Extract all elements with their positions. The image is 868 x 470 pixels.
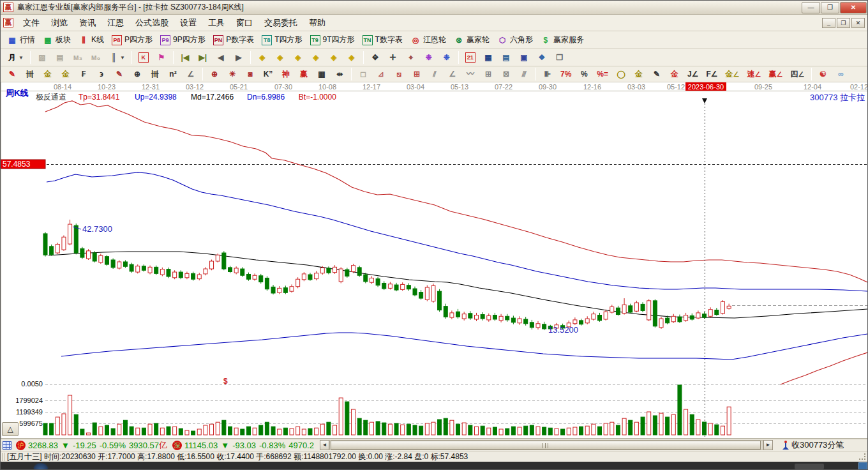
toolbar-nav-tool-23-icon[interactable]: ✥ — [366, 50, 384, 64]
menu-item-5[interactable]: 设置 — [174, 15, 202, 31]
resize-grip-icon[interactable] — [858, 453, 866, 460]
toolbar-draw-tool-43-icon[interactable]: 速∠ — [744, 67, 765, 81]
kline-chart-canvas[interactable]: 08-1410-2312-3103-1205-2107-3010-0812-17… — [1, 82, 868, 439]
toolbar-draw-tool-24-icon[interactable]: ⊞ — [408, 67, 426, 81]
quote-grid-icon[interactable] — [3, 441, 11, 450]
toolbar-draw-tool-38-icon[interactable]: ✎ — [648, 67, 666, 81]
mdi-restore-button[interactable]: ❐ — [837, 18, 850, 28]
toolbar-draw-tool-10-icon[interactable]: ∠ — [182, 67, 200, 81]
toolbar-draw-tool-30-icon[interactable]: ⫻ — [515, 67, 533, 81]
toolbar-draw-tool-8-icon[interactable]: 卌 — [146, 67, 164, 81]
toolbar-nav-tool-12-icon[interactable]: ▶| — [194, 50, 212, 64]
toolbar-nav-tool-21-icon[interactable]: ◈ — [343, 50, 361, 64]
toolbar-draw-tool-28-icon[interactable]: ⊞ — [479, 67, 497, 81]
toolbar-draw-tool-26-icon[interactable]: ∠ — [444, 67, 461, 81]
toolbar-main-p-square[interactable]: P8P四方形 — [108, 33, 156, 47]
scroll-left-icon[interactable]: ◄ — [320, 440, 329, 450]
toolbar-draw-tool-36-icon[interactable]: ◯ — [612, 67, 630, 81]
toolbar-main-kline[interactable]: ⫼K线 — [75, 33, 108, 47]
scrollbar-track[interactable] — [329, 440, 763, 450]
toolbar-main-winner-service[interactable]: $赢家服务 — [537, 33, 588, 47]
toolbar-main-9t-square[interactable]: T99T四方形 — [306, 33, 359, 47]
toolbar-draw-tool-23-icon[interactable]: ⧅ — [390, 67, 408, 81]
toolbar-nav-tool-8-icon[interactable]: K — [135, 50, 153, 64]
close-button[interactable]: ✕ — [840, 2, 867, 13]
toolbar-draw-tool-21-icon[interactable]: ◻ — [354, 67, 372, 81]
toolbar-main-p-table[interactable]: PNP数字表 — [209, 33, 258, 47]
toolbar-nav-tool-0-icon[interactable]: 月▼ — [3, 50, 27, 64]
toolbar-nav-tool-19-icon[interactable]: ◈ — [307, 50, 325, 64]
toolbar-nav-tool-32-icon[interactable]: ▣ — [515, 50, 533, 64]
toolbar-nav-tool-24-icon[interactable]: ✛ — [384, 50, 402, 64]
toolbar-nav-tool-31-icon[interactable]: ▤ — [497, 50, 515, 64]
toolbar-draw-tool-9-icon[interactable]: n² — [164, 67, 182, 81]
toolbar-draw-tool-33-icon[interactable]: 7% — [557, 67, 575, 81]
toolbar-draw-tool-37-icon[interactable]: 金 — [630, 67, 648, 81]
toolbar-main-9p-square[interactable]: P99P四方形 — [156, 33, 209, 47]
toolbar-main-hexagon[interactable]: ⬡六角形 — [493, 33, 537, 47]
toolbar-main-winner-wheel[interactable]: ⊛赢家轮 — [450, 33, 493, 47]
toolbar-draw-tool-12-icon[interactable]: ⊕ — [206, 67, 223, 81]
toolbar-nav-tool-33-icon[interactable]: ❖ — [533, 50, 551, 64]
horizontal-scrollbar[interactable]: ◄ ► — [320, 440, 773, 451]
toolbar-nav-tool-13-icon[interactable]: ◀ — [212, 50, 230, 64]
start-orb-icon[interactable] — [33, 463, 49, 470]
menu-item-7[interactable]: 窗口 — [230, 15, 258, 31]
toolbar-draw-tool-25-icon[interactable]: ⫽ — [426, 67, 444, 81]
toolbar-draw-tool-0-icon[interactable]: ✎ — [3, 67, 21, 81]
toolbar-draw-tool-45-icon[interactable]: 四∠ — [787, 67, 809, 81]
toolbar-draw-tool-7-icon[interactable]: ⊕ — [128, 67, 146, 81]
toolbar-draw-tool-35-icon[interactable]: %= — [593, 67, 612, 81]
chart-background[interactable] — [1, 82, 868, 439]
toolbar-nav-tool-16-icon[interactable]: ◈ — [253, 50, 271, 64]
menu-item-2[interactable]: 资讯 — [73, 15, 101, 31]
toolbar-main-quotes[interactable]: ▦行情 — [3, 33, 39, 47]
toolbar-main-gann-wheel[interactable]: ◎江恩轮 — [407, 33, 450, 47]
toolbar-draw-tool-3-icon[interactable]: 金 — [57, 67, 75, 81]
toolbar-draw-tool-18-icon[interactable]: ▦ — [313, 67, 331, 81]
toolbar-nav-tool-2-icon[interactable]: ▨ — [33, 50, 51, 64]
toolbar-draw-tool-39-icon[interactable]: 金 — [666, 67, 684, 81]
toolbar-nav-tool-11-icon[interactable]: |◀ — [176, 50, 194, 64]
mdi-minimize-button[interactable]: _ — [822, 18, 835, 28]
menu-item-1[interactable]: 浏览 — [45, 15, 73, 31]
toolbar-draw-tool-22-icon[interactable]: ⊿ — [372, 67, 390, 81]
menu-item-9[interactable]: 帮助 — [303, 15, 331, 31]
toolbar-nav-tool-18-icon[interactable]: ◈ — [289, 50, 307, 64]
toolbar-draw-tool-29-icon[interactable]: ⊠ — [497, 67, 515, 81]
toolbar-draw-tool-17-icon[interactable]: 赢 — [295, 67, 313, 81]
toolbar-draw-tool-34-icon[interactable]: % — [575, 67, 593, 81]
toolbar-nav-tool-17-icon[interactable]: ◈ — [271, 50, 289, 64]
chart-region[interactable]: 08-1410-2312-3103-1205-2107-3010-0812-17… — [1, 82, 868, 439]
tick-feed-status[interactable]: 收300773分笔 — [782, 439, 844, 451]
toolbar-nav-tool-34-icon[interactable]: ❒ — [551, 50, 569, 64]
restore-button[interactable]: ❐ — [821, 2, 839, 13]
toolbar-draw-tool-41-icon[interactable]: F∠ — [702, 67, 721, 81]
toolbar-draw-tool-6-icon[interactable]: ✎ — [110, 67, 128, 81]
toolbar-nav-tool-30-icon[interactable]: ▦ — [479, 50, 497, 64]
toolbar-draw-tool-5-icon[interactable]: ϶ — [93, 67, 110, 81]
toolbar-main-sectors[interactable]: ▩板块 — [39, 33, 75, 47]
menu-item-0[interactable]: 文件 — [17, 15, 45, 31]
menu-item-3[interactable]: 江恩 — [101, 15, 130, 31]
toolbar-nav-tool-25-icon[interactable]: ⌖ — [402, 50, 420, 64]
menu-item-4[interactable]: 公式选股 — [130, 15, 174, 31]
toolbar-draw-tool-42-icon[interactable]: 金∠ — [722, 67, 744, 81]
toolbar-main-t-table[interactable]: TNT数字表 — [359, 33, 407, 47]
toolbar-draw-tool-48-icon[interactable]: ∞ — [832, 67, 850, 81]
mdi-close-button[interactable]: ✕ — [851, 18, 865, 28]
toolbar-draw-tool-44-icon[interactable]: 赢∠ — [765, 67, 787, 81]
toolbar-draw-tool-15-icon[interactable]: K” — [259, 67, 277, 81]
taskbar-app-icon[interactable] — [858, 462, 867, 470]
toolbar-draw-tool-32-icon[interactable]: ⊪ — [539, 67, 557, 81]
toolbar-nav-tool-5-icon[interactable]: м₉ — [87, 50, 105, 64]
toolbar-draw-tool-16-icon[interactable]: 神 — [277, 67, 295, 81]
expand-pane-button[interactable]: △ — [2, 422, 19, 436]
toolbar-nav-tool-20-icon[interactable]: ◈ — [325, 50, 343, 64]
scroll-right-icon[interactable]: ► — [763, 440, 773, 450]
toolbar-nav-tool-9-icon[interactable]: ⚑ — [153, 50, 170, 64]
toolbar-draw-tool-2-icon[interactable]: 金 — [39, 67, 57, 81]
toolbar-main-t-square[interactable]: T8T四方形 — [258, 33, 306, 47]
toolbar-draw-tool-47-icon[interactable]: ☯ — [814, 67, 832, 81]
toolbar-nav-tool-4-icon[interactable]: м₃ — [69, 50, 87, 64]
